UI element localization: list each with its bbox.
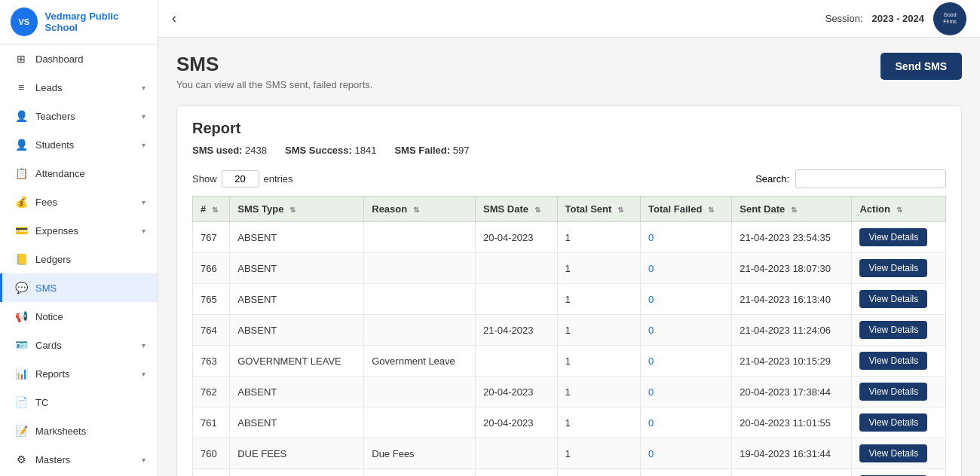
sidebar-item-ledgers[interactable]: 📒 Ledgers	[0, 245, 158, 273]
cell-reason	[364, 253, 476, 284]
view-details-button[interactable]: View Details	[859, 259, 927, 277]
cell-num: 764	[193, 315, 230, 346]
cell-action: View Details	[852, 438, 946, 469]
main-content: ‹ Session: 2023 - 2024 Good Firms SMS Yo…	[158, 0, 980, 476]
col-header-total-sent[interactable]: Total Sent ⇅	[557, 197, 641, 222]
sort-icon: ⇅	[617, 206, 623, 214]
search-input[interactable]	[795, 169, 946, 188]
nav-item-left: 💰 Fees	[14, 195, 57, 209]
nav-item-left: 💳 Expenses	[14, 224, 78, 237]
sidebar-item-dashboard[interactable]: ⊞ Dashboard	[0, 44, 158, 73]
cell-reason	[364, 469, 476, 477]
cell-num: 760	[193, 438, 230, 469]
sidebar-item-notice[interactable]: 📢 Notice	[0, 302, 158, 331]
stat-label: SMS Success:	[285, 145, 352, 156]
table-row: 759 ABSENT 14-04-2023 1 0 19-04-2023 16:…	[193, 469, 946, 477]
nav-item-label: Marksheets	[35, 426, 86, 437]
chevron-down-icon: ▾	[142, 370, 145, 378]
cell-sms-date	[476, 438, 557, 469]
sidebar-item-sms[interactable]: 💬 SMS	[0, 273, 158, 302]
sms-table: # ⇅SMS Type ⇅Reason ⇅SMS Date ⇅Total Sen…	[192, 196, 946, 476]
cell-sms-date: 20-04-2023	[476, 377, 557, 407]
goodfirms-badge: Good Firms	[933, 2, 966, 35]
view-details-button[interactable]: View Details	[859, 352, 927, 370]
cell-reason: Due Fees	[364, 438, 476, 469]
view-details-button[interactable]: View Details	[859, 228, 927, 246]
report-card: Report SMS used: 2438SMS Success: 1841SM…	[176, 105, 962, 476]
cell-sms-type: ABSENT	[230, 377, 364, 407]
table-header: # ⇅SMS Type ⇅Reason ⇅SMS Date ⇅Total Sen…	[193, 197, 946, 222]
sidebar-item-marksheets[interactable]: 📝 Marksheets	[0, 416, 158, 445]
cell-total-failed: 0	[641, 469, 732, 477]
view-details-button[interactable]: View Details	[859, 321, 927, 339]
nav-item-label: Expenses	[35, 225, 78, 236]
cell-total-sent: 1	[557, 377, 641, 407]
sidebar-item-cards[interactable]: 🪪 Cards ▾	[0, 331, 158, 359]
col-header-total-failed[interactable]: Total Failed ⇅	[641, 197, 732, 222]
stat-item: SMS Failed: 597	[394, 145, 469, 156]
view-details-button[interactable]: View Details	[859, 383, 927, 401]
cards-icon: 🪪	[14, 338, 28, 352]
header-row: # ⇅SMS Type ⇅Reason ⇅SMS Date ⇅Total Sen…	[193, 197, 946, 222]
view-details-button[interactable]: View Details	[859, 290, 927, 308]
cell-num: 766	[193, 253, 230, 284]
col-header-sms-date[interactable]: SMS Date ⇅	[476, 197, 557, 222]
cell-total-failed: 0	[641, 284, 732, 315]
cell-reason	[364, 284, 476, 315]
show-entries: Show entries	[192, 170, 293, 188]
sidebar-item-masters[interactable]: ⚙ Masters ▾	[0, 445, 158, 474]
view-details-button[interactable]: View Details	[859, 444, 927, 462]
stat-item: SMS Success: 1841	[285, 145, 376, 156]
sidebar-item-attendance[interactable]: 📋 Attendance	[0, 159, 158, 188]
nav-item-left: 📢 Notice	[14, 310, 63, 323]
cell-sms-type: GOVERNMENT LEAVE	[230, 346, 364, 377]
report-stats: SMS used: 2438SMS Success: 1841SMS Faile…	[192, 145, 946, 156]
sidebar-item-reports[interactable]: 📊 Reports ▾	[0, 359, 158, 388]
leads-icon: ≡	[14, 81, 28, 94]
marksheets-icon: 📝	[14, 424, 28, 438]
collapse-button[interactable]: ‹	[172, 11, 176, 26]
sidebar-item-students[interactable]: 👤 Students ▾	[0, 130, 158, 159]
stat-item: SMS used: 2438	[192, 145, 267, 156]
cell-total-sent: 1	[557, 346, 641, 377]
cell-reason	[364, 377, 476, 407]
cell-num: 767	[193, 222, 230, 253]
sidebar-header: VS Vedmarg Public School	[0, 0, 158, 44]
col-header-sent-date[interactable]: Sent Date ⇅	[732, 197, 852, 222]
search-label: Search:	[755, 173, 789, 185]
sidebar-item-tc[interactable]: 📄 TC	[0, 388, 158, 416]
nav-item-left: ⚙ Masters	[14, 453, 70, 466]
cell-sent-date: 20-04-2023 11:01:55	[732, 407, 852, 438]
sidebar-item-expenses[interactable]: 💳 Expenses ▾	[0, 216, 158, 245]
nav-item-left: ≡ Leads	[14, 81, 62, 94]
col-header-sms-type[interactable]: SMS Type ⇅	[230, 197, 364, 222]
nav-item-label: Teachers	[35, 111, 75, 122]
sms-icon: 💬	[14, 281, 28, 294]
sort-icon: ⇅	[413, 206, 419, 214]
cell-total-failed: 0	[641, 346, 732, 377]
show-entries-input[interactable]	[222, 170, 259, 188]
nav-item-left: 📄 TC	[14, 395, 48, 409]
search-box: Search:	[755, 169, 946, 188]
cell-total-sent: 1	[557, 284, 641, 315]
sidebar-item-leads[interactable]: ≡ Leads ▾	[0, 73, 158, 102]
sidebar-item-fees[interactable]: 💰 Fees ▾	[0, 188, 158, 216]
col-header-action[interactable]: Action ⇅	[852, 197, 946, 222]
nav-item-left: ⊞ Dashboard	[14, 52, 84, 66]
send-sms-button[interactable]: Send SMS	[880, 53, 962, 80]
cell-total-sent: 1	[557, 222, 641, 253]
nav-item-left: 📊 Reports	[14, 367, 70, 380]
col-header-#[interactable]: # ⇅	[193, 197, 230, 222]
cell-total-failed: 0	[641, 253, 732, 284]
cell-sms-type: ABSENT	[230, 222, 364, 253]
sort-icon: ⇅	[791, 206, 797, 214]
view-details-button[interactable]: View Details	[859, 413, 927, 432]
col-header-reason[interactable]: Reason ⇅	[364, 197, 476, 222]
table-row: 767 ABSENT 20-04-2023 1 0 21-04-2023 23:…	[193, 222, 946, 253]
topbar: ‹ Session: 2023 - 2024 Good Firms	[158, 0, 980, 38]
sidebar-item-teachers[interactable]: 👤 Teachers ▾	[0, 102, 158, 130]
cell-num: 765	[193, 284, 230, 315]
tc-icon: 📄	[14, 395, 28, 409]
cell-num: 761	[193, 407, 230, 438]
cell-sms-date	[476, 284, 557, 315]
